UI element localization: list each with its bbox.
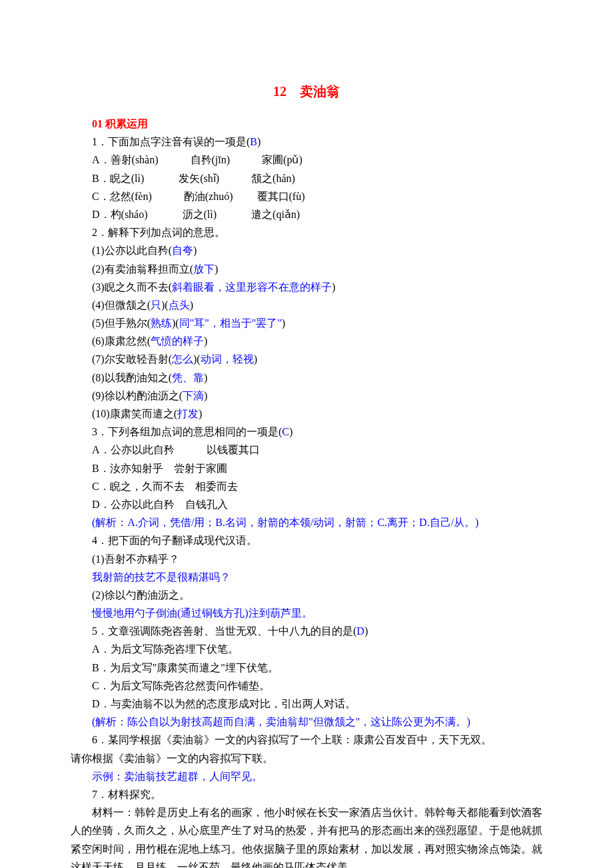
q2-2-pre: (2)有卖油翁释担而立(	[92, 263, 193, 275]
q2-3-post: )	[332, 281, 335, 293]
section-heading: 01 积累运用	[71, 115, 542, 133]
q3-answer: C	[282, 426, 289, 437]
q4-item-1: (1)吾射不亦精乎？	[71, 550, 542, 568]
q2-10-ans: 打发	[177, 408, 199, 419]
q2-8-post: )	[204, 372, 207, 383]
q3-stem-post: )	[289, 426, 293, 437]
question-6-answer: 示例：卖油翁技艺超群，人间罕见。	[71, 767, 542, 785]
q2-item-4: (4)但微颔之(只)(点头)	[71, 296, 542, 314]
q2-3-pre: (3)睨之久而不去(	[92, 281, 172, 293]
q2-2-ans: 放下	[193, 263, 215, 275]
q2-6-ans: 气愤的样子	[151, 335, 204, 347]
q2-7-mid: )(	[193, 353, 201, 365]
q2-7-post: )	[254, 353, 257, 365]
q2-1-post: )	[193, 245, 197, 256]
q2-8-pre: (8)以我酌油知之(	[92, 372, 172, 383]
q4-item-1-answer: 我射箭的技艺不是很精湛吗？	[71, 568, 542, 586]
q3-option-d: D．公亦以此自矜 自钱孔入	[71, 495, 542, 513]
q2-item-1: (1)公亦以此自矜(自夸)	[71, 241, 542, 259]
q2-5-post: )	[282, 317, 285, 329]
q2-item-8: (8)以我酌油知之(凭、靠)	[71, 369, 542, 387]
q5-option-d: D．与卖油翁不以为然的态度形成对比，引出两人对话。	[71, 695, 542, 713]
q5-option-a: A．为后文写陈尧咨埋下伏笔。	[71, 640, 542, 658]
question-4-stem: 4．把下面的句子翻译成现代汉语。	[71, 531, 542, 549]
question-3-stem: 3．下列各组加点词的意思相同的一项是(C)	[71, 423, 542, 441]
q3-option-a: A．公亦以此自矜 以钱覆其口	[71, 441, 542, 459]
q2-4-pre: (4)但微颔之(	[92, 299, 151, 311]
q3-explain: (解析：A.介词，凭借/用；B.名词，射箭的本领/动词，射箭；C.离开；D.自己…	[71, 513, 542, 531]
q2-7-pre: (7)尔安敢轻吾射(	[92, 353, 172, 365]
q2-3-ans: 斜着眼看，这里形容不在意的样子	[172, 281, 332, 293]
question-5-stem: 5．文章强调陈尧咨善射、当世无双、十中八九的目的是(D)	[71, 622, 542, 640]
q1-stem-post: )	[257, 136, 261, 147]
q1-option-a: A．善射(shàn) 自矜(jīn) 家圃(pǔ)	[71, 151, 542, 169]
q3-stem-pre: 3．下列各组加点词的意思相同的一项是(	[92, 426, 282, 437]
q5-stem-post: )	[364, 625, 368, 637]
question-7-material: 材料一：韩幹是历史上有名的画家，他小时候在长安一家酒店当伙计。韩幹每天都能看到饮…	[71, 803, 542, 868]
q2-item-7: (7)尔安敢轻吾射(怎么)(动词，轻视)	[71, 350, 542, 368]
q5-answer: D	[356, 625, 364, 637]
q1-option-c: C．忿然(fèn) 酌油(zhuó) 覆其口(fù)	[71, 187, 542, 205]
q2-1-ans: 自夸	[172, 245, 193, 256]
q2-6-pre: (6)康肃忿然(	[92, 335, 151, 347]
q5-stem-pre: 5．文章强调陈尧咨善射、当世无双、十中八九的目的是(	[92, 625, 356, 637]
q2-10-pre: (10)康肃笑而遣之(	[92, 408, 177, 419]
q2-2-post: )	[215, 263, 218, 275]
q4-item-2: (2)徐以勺酌油沥之。	[71, 586, 542, 604]
q2-item-9: (9)徐以杓酌油沥之(下滴)	[71, 387, 542, 405]
q1-stem-pre: 1．下面加点字注音有误的一项是(	[92, 136, 250, 147]
q2-item-2: (2)有卖油翁释担而立(放下)	[71, 260, 542, 278]
q2-item-6: (6)康肃忿然(气愤的样子)	[71, 332, 542, 350]
q2-item-3: (3)睨之久而不去(斜着眼看，这里形容不在意的样子)	[71, 278, 542, 296]
q5-option-b: B．为后文写"康肃笑而遣之"埋下伏笔。	[71, 659, 542, 677]
q2-5-ans1: 熟练	[151, 317, 172, 329]
q3-option-c: C．睨之，久而不去 相委而去	[71, 477, 542, 495]
q2-7-ans1: 怎么	[172, 353, 193, 365]
q2-item-10: (10)康肃笑而遣之(打发)	[71, 405, 542, 423]
q2-5-mid: )(	[172, 317, 179, 329]
q2-7-ans2: 动词，轻视	[201, 353, 254, 365]
q2-5-ans2: 同"耳"，相当于"罢了"	[179, 317, 282, 329]
q5-option-c: C．为后文写陈尧咨忿然责问作铺垫。	[71, 677, 542, 695]
q2-1-pre: (1)公亦以此自矜(	[92, 245, 172, 256]
q5-explain: (解析：陈公自以为射技高超而自满，卖油翁却"但微颔之"，这让陈公更为不满。)	[71, 713, 542, 731]
q1-answer: B	[250, 136, 257, 147]
q2-9-post: )	[204, 390, 207, 401]
q2-5-pre: (5)但手熟尔(	[92, 317, 151, 329]
q2-6-post: )	[204, 335, 207, 347]
q2-8-ans: 凭、靠	[172, 372, 204, 383]
q2-10-post: )	[199, 408, 202, 419]
q1-option-d: D．杓(sháo) 沥之(lì) 遣之(qiǎn)	[71, 205, 542, 223]
page-title: 12 卖油翁	[71, 80, 542, 103]
question-7-stem: 7．材料探究。	[71, 785, 542, 803]
q2-4-post: )	[190, 299, 193, 311]
q2-4-ans2: 点头	[169, 299, 190, 311]
question-6-line2: 请你根据《卖油翁》一文的内容拟写下联。	[71, 749, 542, 767]
q1-option-b: B．睨之(lì) 发矢(shǐ) 颔之(hán)	[71, 169, 542, 187]
q2-4-mid: )(	[161, 299, 169, 311]
q3-option-b: B．汝亦知射乎 尝射于家圃	[71, 459, 542, 477]
q2-9-pre: (9)徐以杓酌油沥之(	[92, 390, 183, 401]
document-page: 12 卖油翁 01 积累运用 1．下面加点字注音有误的一项是(B) A．善射(s…	[0, 0, 613, 868]
question-2-stem: 2．解释下列加点词的意思。	[71, 223, 542, 241]
q2-9-ans: 下滴	[183, 390, 204, 401]
q2-item-5: (5)但手熟尔(熟练)(同"耳"，相当于"罢了")	[71, 314, 542, 332]
question-6-line1: 6．某同学根据《卖油翁》一文的内容拟写了一个上联：康肃公百发百中，天下无双。	[71, 731, 542, 749]
question-1-stem: 1．下面加点字注音有误的一项是(B)	[71, 133, 542, 151]
q4-item-2-answer: 慢慢地用勺子倒油(通过铜钱方孔)注到葫芦里。	[71, 604, 542, 622]
q2-4-ans1: 只	[151, 299, 161, 311]
